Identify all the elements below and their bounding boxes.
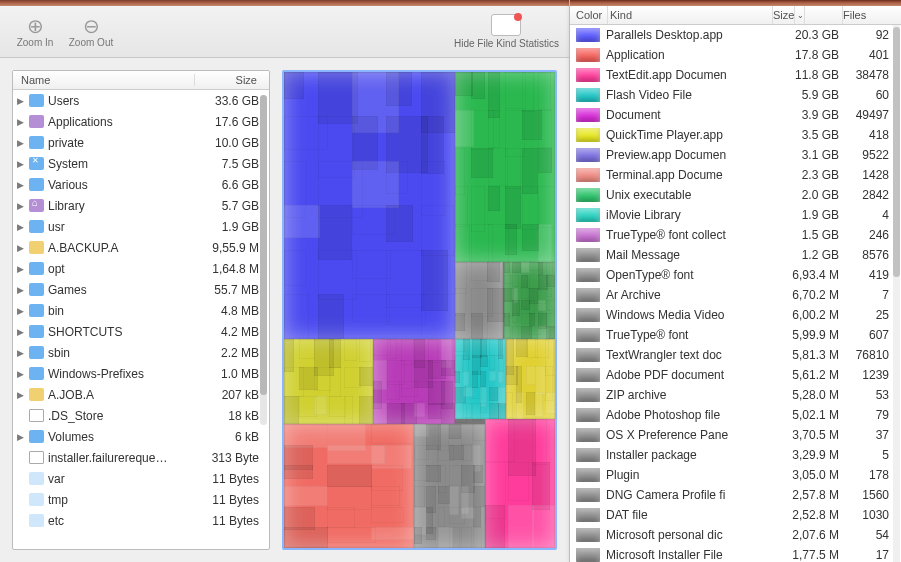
table-row[interactable]: installer.failurereque…313 Byte — [13, 447, 269, 468]
stats-col-color[interactable]: Color — [570, 6, 608, 24]
row-size: 207 kB — [191, 388, 269, 402]
table-row[interactable]: ▶private10.0 GB — [13, 132, 269, 153]
hide-statistics-button[interactable]: Hide File Kind Statistics — [454, 14, 559, 49]
disclosure-icon[interactable]: ▶ — [17, 96, 29, 106]
list-item[interactable]: Mail Message1.2 GB8576 — [570, 245, 901, 265]
table-row[interactable]: ▶sbin2.2 MB — [13, 342, 269, 363]
folder-icon — [29, 304, 44, 317]
list-item[interactable]: QuickTime Player.app3.5 GB418 — [570, 125, 901, 145]
table-row[interactable]: ▶Users33.6 GB — [13, 90, 269, 111]
treemap-cell[interactable] — [373, 339, 454, 425]
disclosure-icon[interactable]: ▶ — [17, 432, 29, 442]
row-size: 11 Bytes — [191, 472, 269, 486]
list-item[interactable]: Adobe PDF document5,61.2 M1239 — [570, 365, 901, 385]
list-item[interactable]: ZIP archive5,28.0 M53 — [570, 385, 901, 405]
stats-col-kind[interactable]: Kind — [608, 6, 773, 24]
disclosure-icon[interactable]: ▶ — [17, 180, 29, 190]
list-item[interactable]: Windows Media Video6,00.2 M25 — [570, 305, 901, 325]
disclosure-icon[interactable]: ▶ — [17, 306, 29, 316]
table-row[interactable]: ▶opt1,64.8 M — [13, 258, 269, 279]
tree-scroll-thumb[interactable] — [260, 95, 267, 395]
disclosure-icon[interactable]: ▶ — [17, 264, 29, 274]
list-item[interactable]: TextEdit.app Documen11.8 GB38478 — [570, 65, 901, 85]
list-item[interactable]: TrueType® font5,99.9 M607 — [570, 325, 901, 345]
table-row[interactable]: ▶Various6.6 GB — [13, 174, 269, 195]
list-item[interactable]: OS X Preference Pane3,70.5 M37 — [570, 425, 901, 445]
row-size: 5.7 GB — [191, 199, 269, 213]
list-item[interactable]: Plugin3,05.0 M178 — [570, 465, 901, 485]
treemap-cell[interactable] — [455, 339, 506, 420]
list-item[interactable]: DAT file2,52.8 M1030 — [570, 505, 901, 525]
list-item[interactable]: Document3.9 GB49497 — [570, 105, 901, 125]
tree-col-name[interactable]: Name — [13, 74, 195, 86]
treemap[interactable] — [282, 70, 557, 550]
disclosure-icon[interactable]: ▶ — [17, 390, 29, 400]
list-item[interactable]: Flash Video File5.9 GB60 — [570, 85, 901, 105]
table-row[interactable]: var11 Bytes — [13, 468, 269, 489]
treemap-cell[interactable] — [504, 262, 555, 338]
tree-col-size[interactable]: Size — [195, 74, 269, 86]
list-item[interactable]: TextWrangler text doc5,81.3 M76810 — [570, 345, 901, 365]
table-row[interactable]: .DS_Store18 kB — [13, 405, 269, 426]
table-row[interactable]: ▶usr1.9 GB — [13, 216, 269, 237]
stats-col-files[interactable]: Files — [843, 6, 901, 24]
kind-label: QuickTime Player.app — [606, 128, 777, 142]
disclosure-icon[interactable]: ▶ — [17, 138, 29, 148]
list-item[interactable]: Unix executable2.0 GB2842 — [570, 185, 901, 205]
row-label: Volumes — [48, 430, 191, 444]
disclosure-icon[interactable]: ▶ — [17, 327, 29, 337]
treemap-cell[interactable] — [284, 339, 373, 425]
list-item[interactable]: TrueType® font collect1.5 GB246 — [570, 225, 901, 245]
disclosure-icon[interactable]: ▶ — [17, 159, 29, 169]
treemap-cell[interactable] — [284, 72, 455, 339]
stats-col-size[interactable]: Size⌄ — [773, 6, 843, 24]
list-item[interactable]: Terminal.app Docume2.3 GB1428 — [570, 165, 901, 185]
zoom-in-button[interactable]: ⊕ Zoom In — [10, 15, 60, 48]
table-row[interactable]: tmp11 Bytes — [13, 489, 269, 510]
stats-scrollbar[interactable] — [893, 25, 900, 562]
disclosure-icon[interactable]: ▶ — [17, 285, 29, 295]
list-item[interactable]: Installer package3,29.9 M5 — [570, 445, 901, 465]
table-row[interactable]: ▶Volumes6 kB — [13, 426, 269, 447]
stats-scroll-thumb[interactable] — [893, 27, 900, 277]
row-size: 1,64.8 M — [191, 262, 269, 276]
treemap-cell[interactable] — [485, 419, 555, 548]
disclosure-icon[interactable]: ▶ — [17, 117, 29, 127]
table-row[interactable]: ▶A.BACKUP.A9,55.9 M — [13, 237, 269, 258]
disclosure-icon[interactable]: ▶ — [17, 222, 29, 232]
list-item[interactable]: Ar Archive6,70.2 M7 — [570, 285, 901, 305]
list-item[interactable]: iMovie Library1.9 GB4 — [570, 205, 901, 225]
treemap-cell[interactable] — [455, 262, 504, 338]
list-item[interactable]: Preview.app Documen3.1 GB9522 — [570, 145, 901, 165]
treemap-cell[interactable] — [414, 424, 484, 548]
tree-scrollbar[interactable] — [260, 95, 267, 425]
treemap-cell[interactable] — [506, 339, 555, 420]
row-label: .DS_Store — [48, 409, 191, 423]
disclosure-icon[interactable]: ▶ — [17, 348, 29, 358]
list-item[interactable]: Microsoft personal dic2,07.6 M54 — [570, 525, 901, 545]
list-item[interactable]: Adobe Photoshop file5,02.1 M79 — [570, 405, 901, 425]
treemap-cell[interactable] — [284, 424, 414, 548]
list-item[interactable]: DNG Camera Profile fi2,57.8 M1560 — [570, 485, 901, 505]
table-row[interactable]: ▶System7.5 GB — [13, 153, 269, 174]
list-item[interactable]: OpenType® font6,93.4 M419 — [570, 265, 901, 285]
table-row[interactable]: ▶Windows-Prefixes1.0 MB — [13, 363, 269, 384]
table-row[interactable]: ▶Library5.7 GB — [13, 195, 269, 216]
table-row[interactable]: ▶Games55.7 MB — [13, 279, 269, 300]
list-item[interactable]: Microsoft Installer File1,77.5 M17 — [570, 545, 901, 562]
table-row[interactable]: ▶Applications17.6 GB — [13, 111, 269, 132]
color-swatch — [576, 68, 600, 82]
treemap-cell[interactable] — [455, 72, 555, 262]
table-row[interactable]: ▶SHORTCUTS4.2 MB — [13, 321, 269, 342]
list-item[interactable]: Parallels Desktop.app20.3 GB92 — [570, 25, 901, 45]
disclosure-icon[interactable]: ▶ — [17, 243, 29, 253]
hide-stats-label: Hide File Kind Statistics — [454, 38, 559, 49]
table-row[interactable]: ▶A.JOB.A207 kB — [13, 384, 269, 405]
disclosure-icon[interactable]: ▶ — [17, 201, 29, 211]
list-item[interactable]: Application17.8 GB401 — [570, 45, 901, 65]
disclosure-icon[interactable]: ▶ — [17, 369, 29, 379]
table-row[interactable]: ▶bin4.8 MB — [13, 300, 269, 321]
zoom-out-button[interactable]: ⊖ Zoom Out — [66, 15, 116, 48]
zoom-out-icon: ⊖ — [83, 15, 100, 37]
table-row[interactable]: etc11 Bytes — [13, 510, 269, 531]
